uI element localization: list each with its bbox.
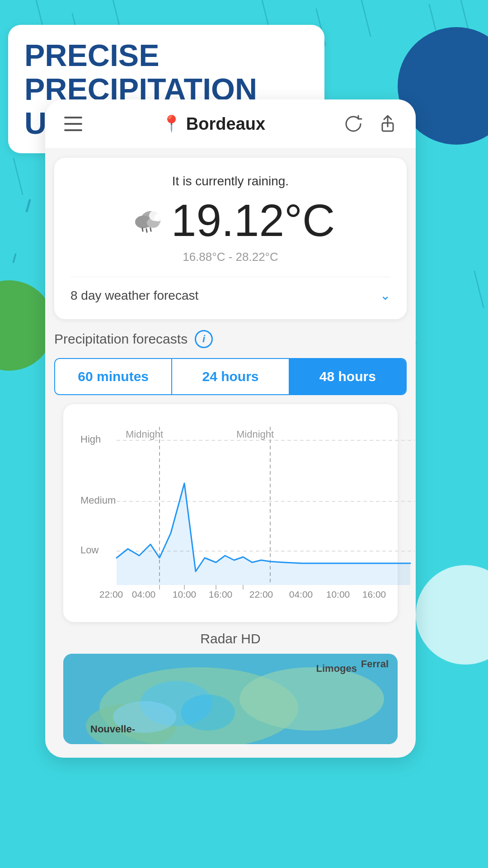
nav-action-icons: [342, 112, 399, 136]
refresh-button[interactable]: [342, 112, 365, 136]
share-button[interactable]: [376, 112, 399, 136]
svg-text:22:00: 22:00: [99, 589, 123, 599]
svg-text:Midnight: Midnight: [236, 429, 274, 440]
svg-rect-15: [25, 199, 31, 212]
nav-title-group: 📍 Bordeaux: [161, 114, 265, 134]
svg-text:16:00: 16:00: [209, 589, 233, 599]
svg-rect-29: [150, 227, 152, 232]
chevron-down-icon: ⌄: [380, 288, 390, 303]
svg-text:04:00: 04:00: [289, 589, 313, 599]
precipitation-chart: High Medium Low Midnight Midnight: [76, 418, 385, 609]
svg-line-14: [474, 271, 483, 307]
radar-section: Radar HD Limoges Ferral Nouvelle: [54, 631, 407, 753]
svg-point-57: [239, 667, 384, 731]
radar-label: Radar HD: [63, 631, 398, 646]
tab-48h[interactable]: 48 hours: [290, 359, 406, 394]
tab-24h[interactable]: 24 hours: [172, 359, 289, 394]
temperature-value: 19.12°C: [171, 198, 335, 243]
svg-rect-18: [12, 253, 17, 263]
time-tab-bar: 60 minutes 24 hours 48 hours: [54, 358, 407, 395]
weather-status: It is currently raining.: [70, 174, 390, 189]
forecast-label: 8 day weather forecast: [70, 288, 198, 303]
svg-rect-28: [145, 228, 148, 233]
svg-point-31: [154, 213, 163, 222]
weather-icon: [126, 202, 162, 238]
map-label-nouvelle: Nouvelle-: [90, 723, 135, 735]
menu-button[interactable]: [61, 112, 85, 136]
precipitation-section: Precipitation forecasts i 60 minutes 24 …: [45, 330, 416, 758]
temperature-row: 19.12°C: [70, 198, 390, 243]
svg-line-5: [361, 0, 371, 36]
svg-text:22:00: 22:00: [249, 589, 273, 599]
precipitation-header: Precipitation forecasts i: [54, 330, 407, 348]
svg-text:High: High: [80, 434, 101, 445]
nav-bar: 📍 Bordeaux: [45, 99, 416, 149]
radar-map[interactable]: Limoges Ferral Nouvelle-: [63, 654, 398, 744]
svg-rect-21: [64, 123, 82, 125]
phone-mockup: 📍 Bordeaux It is currently raining.: [45, 99, 416, 758]
temperature-range: 16.88°C - 28.22°C: [70, 250, 390, 264]
svg-text:Midnight: Midnight: [126, 429, 163, 440]
tab-60min[interactable]: 60 minutes: [55, 359, 172, 394]
precipitation-title: Precipitation forecasts: [54, 331, 188, 347]
svg-point-60: [181, 694, 235, 731]
svg-text:04:00: 04:00: [132, 589, 156, 599]
svg-text:Medium: Medium: [80, 495, 116, 506]
svg-line-8: [14, 158, 23, 194]
precipitation-chart-card: High Medium Low Midnight Midnight: [63, 404, 398, 622]
map-label-ferral: Ferral: [361, 658, 389, 670]
info-icon[interactable]: i: [195, 330, 213, 348]
svg-rect-20: [64, 117, 82, 118]
svg-text:16:00: 16:00: [362, 589, 386, 599]
svg-text:Low: Low: [80, 544, 99, 556]
svg-marker-42: [117, 483, 410, 585]
city-name: Bordeaux: [186, 114, 265, 134]
map-label-limoges: Limoges: [316, 663, 357, 675]
location-pin-icon: 📍: [161, 114, 182, 133]
svg-rect-22: [64, 129, 82, 131]
svg-text:10:00: 10:00: [173, 589, 197, 599]
weather-card: It is currently raining. 19.12°C 16.88°C…: [54, 158, 407, 319]
svg-text:10:00: 10:00: [326, 589, 350, 599]
forecast-toggle[interactable]: 8 day weather forecast ⌄: [70, 277, 390, 303]
